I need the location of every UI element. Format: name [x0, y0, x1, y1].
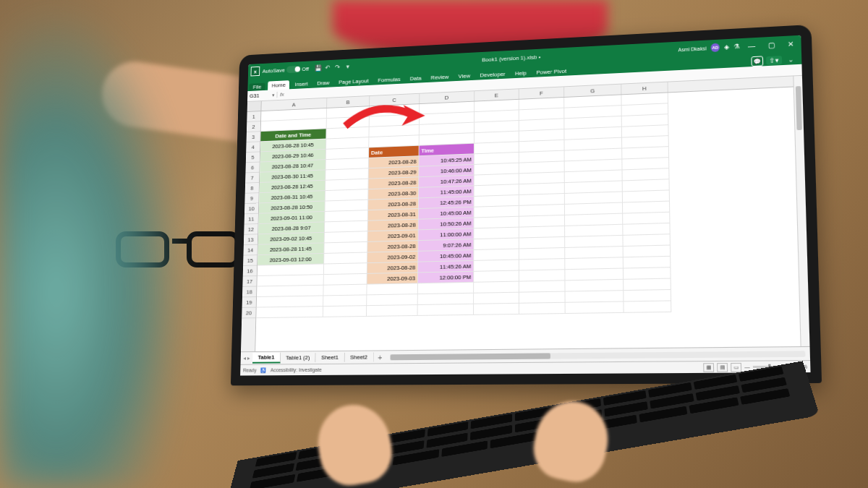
cell[interactable] — [323, 306, 367, 317]
cell[interactable] — [566, 291, 624, 303]
cell[interactable]: 12:00:00 PM — [418, 272, 474, 283]
cell[interactable] — [474, 304, 519, 315]
save-icon[interactable]: 💾 — [314, 64, 322, 72]
horizontal-scrollbar[interactable] — [391, 351, 806, 360]
cell[interactable] — [417, 304, 474, 316]
row-header-11[interactable]: 11 — [244, 214, 258, 225]
cell[interactable]: 2023-08-28 — [367, 241, 418, 252]
row-header-19[interactable]: 19 — [242, 297, 257, 308]
row-header-10[interactable]: 10 — [244, 203, 258, 214]
cell[interactable] — [418, 294, 474, 305]
view-page-layout-icon[interactable]: ▤ — [717, 362, 728, 372]
cell[interactable] — [565, 280, 624, 292]
cell[interactable] — [565, 247, 624, 259]
row-header-15[interactable]: 15 — [243, 255, 257, 266]
undo-icon[interactable]: ↶ — [324, 64, 332, 72]
cell[interactable] — [623, 234, 670, 247]
cell[interactable] — [624, 267, 671, 280]
cell[interactable] — [623, 223, 670, 236]
view-page-break-icon[interactable]: ▭ — [731, 362, 741, 372]
cell[interactable] — [324, 252, 367, 264]
cell[interactable] — [519, 259, 566, 270]
row-header-8[interactable]: 8 — [245, 183, 259, 194]
cell[interactable] — [257, 296, 324, 307]
cell[interactable] — [256, 307, 323, 318]
row-header-5[interactable]: 5 — [246, 152, 260, 163]
cell[interactable]: 11:45:26 AM — [418, 261, 474, 273]
cell[interactable] — [474, 249, 519, 260]
sheet-tab-table1[interactable]: Table1 — [252, 353, 281, 364]
cell[interactable] — [324, 242, 367, 254]
cell[interactable] — [565, 269, 624, 281]
cell[interactable]: 2023-08-28 — [367, 262, 418, 274]
sheet-nav-next-icon[interactable]: ▸ — [247, 355, 250, 361]
row-header-18[interactable]: 18 — [242, 287, 257, 298]
cell[interactable] — [367, 283, 418, 295]
ribbon-collapse-icon[interactable]: ⌄ — [785, 54, 797, 65]
cell[interactable] — [324, 274, 367, 286]
cell[interactable] — [624, 290, 671, 301]
flask-icon[interactable]: ⚗ — [733, 43, 739, 50]
cell[interactable] — [323, 295, 367, 307]
cell[interactable] — [474, 239, 519, 250]
sheet-tab-table1-2[interactable]: Table1 (2) — [281, 353, 316, 362]
row-header-13[interactable]: 13 — [244, 234, 258, 245]
toggle-off-icon[interactable] — [286, 66, 301, 73]
cell[interactable] — [474, 260, 519, 271]
minimize-button[interactable]: — — [744, 38, 759, 54]
user-avatar[interactable]: AD — [711, 43, 720, 52]
share-button[interactable]: ⇧▾ — [766, 56, 782, 65]
cell[interactable] — [474, 228, 519, 240]
row-header-16[interactable]: 16 — [243, 266, 257, 277]
diamond-icon[interactable]: ◈ — [724, 43, 729, 51]
cell[interactable] — [367, 305, 418, 317]
row-header-2[interactable]: 2 — [247, 121, 260, 132]
cell[interactable]: 2023-09-02 — [367, 252, 418, 263]
sheet-tab-sheet2[interactable]: Sheet2 — [344, 352, 373, 361]
cells-area[interactable]: Date and Time2023-08-28 10:452023-08-29 … — [255, 87, 800, 351]
sheet-tab-sheet1[interactable]: Sheet1 — [316, 353, 345, 362]
cell[interactable] — [257, 286, 324, 297]
cell[interactable] — [623, 213, 670, 225]
row-header-12[interactable]: 12 — [244, 224, 258, 235]
redo-icon[interactable]: ↷ — [333, 63, 341, 72]
cell[interactable] — [367, 294, 418, 306]
cell[interactable] — [519, 237, 565, 249]
cell[interactable] — [519, 270, 566, 281]
cell[interactable] — [624, 246, 671, 258]
cell[interactable] — [624, 257, 671, 269]
accessibility-status[interactable]: Accessibility: Investigate — [271, 367, 322, 372]
row-header-7[interactable]: 7 — [245, 173, 259, 184]
cell[interactable] — [519, 248, 565, 260]
row-header-20[interactable]: 20 — [242, 308, 256, 319]
cell[interactable] — [566, 301, 624, 314]
row-header-9[interactable]: 9 — [244, 193, 258, 204]
chevron-down-icon[interactable]: ▾ — [272, 93, 275, 98]
cell[interactable] — [565, 257, 624, 270]
cell[interactable] — [325, 221, 368, 233]
cell[interactable] — [474, 293, 519, 304]
cell[interactable] — [418, 283, 474, 294]
cell[interactable] — [474, 217, 519, 229]
autosave-toggle[interactable]: AutoSave Off — [263, 65, 309, 74]
column-header-b[interactable]: B — [327, 96, 370, 108]
user-name-label[interactable]: Asmi Dkaksl — [678, 46, 706, 52]
cell[interactable] — [323, 285, 367, 296]
cell[interactable] — [519, 226, 565, 239]
accessibility-icon[interactable]: ♿ — [260, 367, 266, 373]
cell[interactable] — [324, 263, 367, 275]
maximize-button[interactable]: ▢ — [763, 36, 778, 53]
row-header-6[interactable]: 6 — [245, 163, 259, 174]
cell[interactable] — [474, 271, 519, 283]
comments-icon[interactable]: 💬 — [751, 56, 763, 67]
row-header-1[interactable]: 1 — [247, 111, 260, 122]
add-sheet-button[interactable]: + — [374, 353, 387, 361]
cell[interactable] — [519, 292, 566, 304]
cell[interactable]: 10:45:00 AM — [418, 250, 474, 262]
row-header-14[interactable]: 14 — [243, 245, 257, 256]
view-normal-icon[interactable]: ▦ — [703, 363, 714, 372]
cell[interactable] — [474, 282, 519, 294]
fx-icon[interactable]: fx — [277, 91, 286, 98]
cell[interactable]: 2023-09-03 — [367, 273, 418, 284]
sheet-nav-prev-icon[interactable]: ◂ — [243, 355, 246, 361]
